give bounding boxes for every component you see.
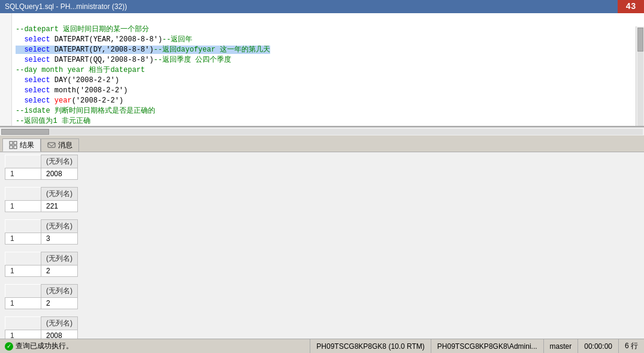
cell-value: 2008 xyxy=(41,168,78,180)
tabs-bar: 结果 消息 xyxy=(0,135,644,152)
svg-rect-1 xyxy=(14,141,17,144)
svg-rect-4 xyxy=(48,143,55,147)
code-line-10: --返回值为1 非元正确 xyxy=(16,117,90,125)
horizontal-scrollbar[interactable] xyxy=(0,127,644,135)
code-line-2: select DATEPART(YEAR,'2008-8-8')--返回年 xyxy=(16,35,192,44)
status-rows: 6 行 xyxy=(618,339,644,353)
code-line-7: select month('2008-2-2') xyxy=(16,86,128,95)
status-user: PH09TSCG8KP8GK8\Admini... xyxy=(431,339,543,353)
title-bar: SQLQuery1.sql - PH...ministrator (32)) _… xyxy=(0,0,644,13)
window-title: SQLQuery1.sql - PH...ministrator (32)) xyxy=(5,2,127,11)
status-time: 00:00:00 xyxy=(578,339,618,353)
cell-value: 3 xyxy=(41,233,78,245)
cell-value: 2 xyxy=(41,298,78,309)
message-icon xyxy=(47,141,56,150)
hscroll-track xyxy=(1,129,643,135)
status-db: master xyxy=(543,339,578,353)
code-line-5: --day month year 相当于datepart xyxy=(16,66,145,74)
line-numbers xyxy=(0,13,12,126)
status-bar: ✓ 查询已成功执行。 PH09TSCG8KP8GK8 (10.0 RTM) PH… xyxy=(0,339,644,353)
status-server: PH09TSCG8KP8GK8 (10.0 RTM) xyxy=(310,339,431,353)
cell-value: 2 xyxy=(41,265,78,277)
status-success: ✓ 查询已成功执行。 xyxy=(0,341,310,351)
code-editor[interactable]: --datepart 返回时间日期的某一个部分 select DATEPART(… xyxy=(12,13,644,126)
results-area: (无列名) 1 2008 (无列名) 1 xyxy=(0,152,644,339)
svg-rect-2 xyxy=(10,146,13,149)
vscroll-track xyxy=(637,28,643,127)
code-line-9: --isdate 判断时间日期格式是否是正确的 xyxy=(16,107,155,115)
table-row: 1 2008 xyxy=(5,168,78,180)
main-container: SQLQuery1.sql - PH...ministrator (32)) _… xyxy=(0,0,644,353)
col-header-6: (无列名) xyxy=(41,317,78,330)
code-line-8: select year('2008-2-2') xyxy=(16,96,123,105)
grid-icon xyxy=(9,141,17,149)
success-icon: ✓ xyxy=(5,342,13,351)
code-line-6: select DAY('2008-2-2') xyxy=(16,76,119,85)
status-right: PH09TSCG8KP8GK8 (10.0 RTM) PH09TSCG8KP8G… xyxy=(310,339,644,353)
vscroll-thumb[interactable] xyxy=(637,28,643,52)
result-table-3: (无列名) 1 3 xyxy=(5,219,78,245)
status-text: 查询已成功执行。 xyxy=(16,341,73,351)
svg-rect-0 xyxy=(10,141,13,144)
col-header-5: (无列名) xyxy=(41,285,78,298)
col-header-3: (无列名) xyxy=(41,220,78,233)
hscroll-thumb[interactable] xyxy=(1,129,49,135)
close-button[interactable]: 43 xyxy=(618,0,644,13)
cell-value: 2008 xyxy=(41,330,78,339)
result-table-5: (无列名) 1 2 xyxy=(5,284,78,309)
table-row: 1 221 xyxy=(5,201,78,212)
col-header-2: (无列名) xyxy=(41,188,78,201)
code-line-4: select DATEPART(QQ,'2008-8-8')--返回季度 公四个… xyxy=(16,56,231,64)
result-table-4: (无列名) 1 2 xyxy=(5,252,78,277)
cell-value: 221 xyxy=(41,201,78,212)
svg-rect-3 xyxy=(14,146,17,149)
tab-messages-label: 消息 xyxy=(58,140,72,150)
tab-results-label: 结果 xyxy=(20,140,34,150)
col-header-4: (无列名) xyxy=(41,252,78,265)
col-header-1: (无列名) xyxy=(41,155,78,168)
result-table-1: (无列名) 1 2008 xyxy=(5,155,78,180)
tab-messages[interactable]: 消息 xyxy=(41,138,79,152)
table-row: 1 2 xyxy=(5,265,78,277)
result-table-6: (无列名) 1 2008 xyxy=(5,316,78,339)
table-row: 1 2008 xyxy=(5,330,78,339)
tab-results[interactable]: 结果 xyxy=(2,138,41,152)
table-row: 1 2 xyxy=(5,298,78,309)
code-line-1: --datepart 返回时间日期的某一个部分 xyxy=(16,25,149,34)
vertical-scrollbar[interactable] xyxy=(636,26,644,127)
code-line-3: select DATEPART(DY,'2008-8-8')--返回dayofy… xyxy=(16,46,270,54)
editor-area: --datepart 返回时间日期的某一个部分 select DATEPART(… xyxy=(0,13,644,127)
result-table-2: (无列名) 1 221 xyxy=(5,187,78,212)
table-row: 1 3 xyxy=(5,233,78,245)
